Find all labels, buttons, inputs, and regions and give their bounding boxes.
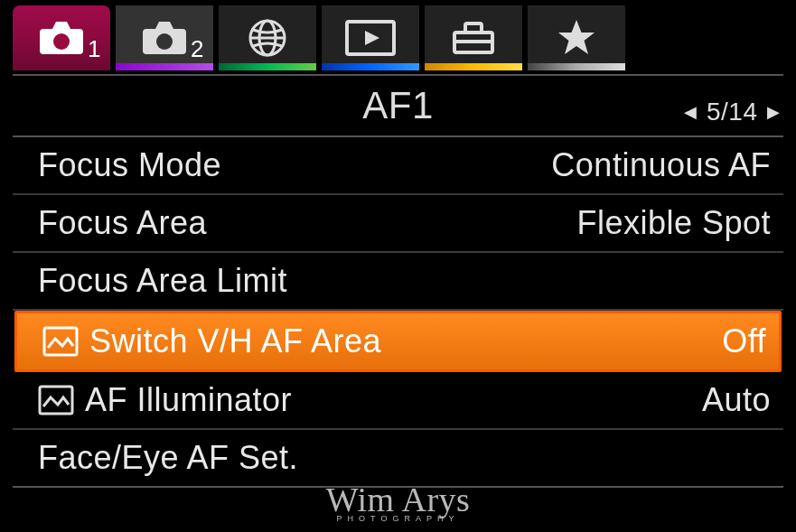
row-focus-area-limit[interactable]: Focus Area Limit [13, 253, 783, 311]
svg-rect-10 [465, 23, 482, 33]
page-total: 14 [728, 98, 757, 126]
star-icon [556, 17, 597, 59]
svg-point-3 [156, 33, 173, 50]
row-value: Flexible Spot [576, 204, 771, 242]
row-label: AF Illuminator [85, 381, 292, 419]
camera-icon [38, 20, 85, 56]
page-counter[interactable]: ◀ 5/14 ▶ [684, 98, 780, 126]
still-mode-icon [38, 385, 74, 415]
row-focus-mode[interactable]: Focus Mode Continuous AF [13, 137, 783, 195]
row-af-illuminator[interactable]: AF Illuminator Auto [13, 372, 783, 430]
playback-icon [345, 20, 396, 56]
page-index: 5 [707, 98, 721, 126]
toolbox-icon [451, 20, 496, 56]
tab-network[interactable] [219, 5, 316, 70]
tab-camera-1[interactable]: 1 [13, 5, 110, 70]
svg-point-1 [53, 33, 70, 50]
svg-marker-12 [558, 20, 595, 54]
row-focus-area[interactable]: Focus Area Flexible Spot [13, 195, 783, 253]
pager-left-icon: ◀ [684, 102, 698, 122]
row-label: Focus Area Limit [38, 262, 287, 300]
tab-my-menu[interactable] [528, 5, 625, 70]
row-value: Off [722, 322, 766, 360]
row-switch-vh-af-area[interactable]: Switch V/H AF Area Off [14, 311, 782, 372]
row-face-eye-af-set[interactable]: Face/Eye AF Set. [13, 430, 783, 488]
globe-icon [247, 17, 288, 59]
pager-right-icon: ▶ [767, 102, 781, 122]
tab-playback[interactable] [322, 5, 419, 70]
row-label: Switch V/H AF Area [89, 322, 381, 360]
svg-rect-13 [44, 328, 77, 355]
tab-camera-2[interactable]: 2 [116, 5, 213, 70]
row-value: Auto [702, 381, 771, 419]
camera-icon [141, 20, 188, 56]
menu-rows: Focus Mode Continuous AF Focus Area Flex… [13, 137, 783, 532]
row-label: Face/Eye AF Set. [38, 439, 298, 477]
page-title: AF1 [13, 84, 783, 127]
svg-marker-8 [365, 31, 379, 45]
row-value: Continuous AF [551, 146, 771, 184]
still-mode-icon [42, 326, 79, 357]
svg-rect-14 [40, 387, 72, 414]
page-title-row: AF1 ◀ 5/14 ▶ [13, 76, 783, 137]
tab-1-badge: 1 [88, 35, 101, 63]
top-tabs: 1 2 [0, 0, 796, 76]
row-label: Focus Mode [38, 146, 221, 184]
watermark-sub: PHOTOGRAPHY [326, 514, 471, 523]
camera-menu-screen: 1 2 [0, 0, 796, 532]
tab-setup[interactable] [425, 5, 522, 70]
row-label: Focus Area [38, 204, 207, 242]
tab-2-badge: 2 [191, 35, 204, 63]
